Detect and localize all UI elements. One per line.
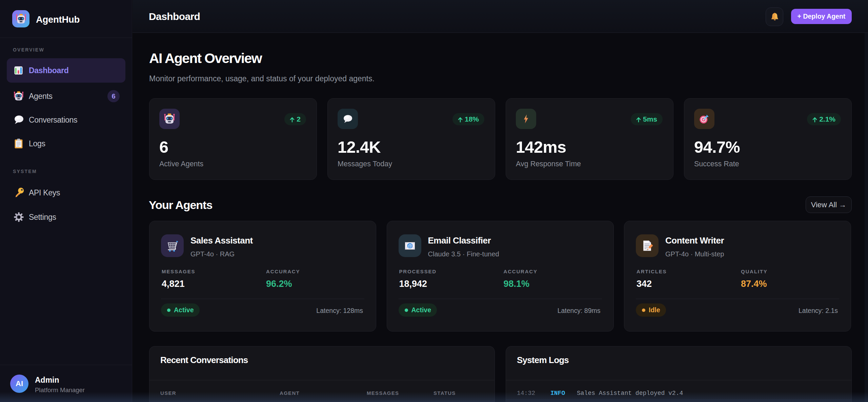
svg-text:@: @ bbox=[407, 243, 412, 249]
